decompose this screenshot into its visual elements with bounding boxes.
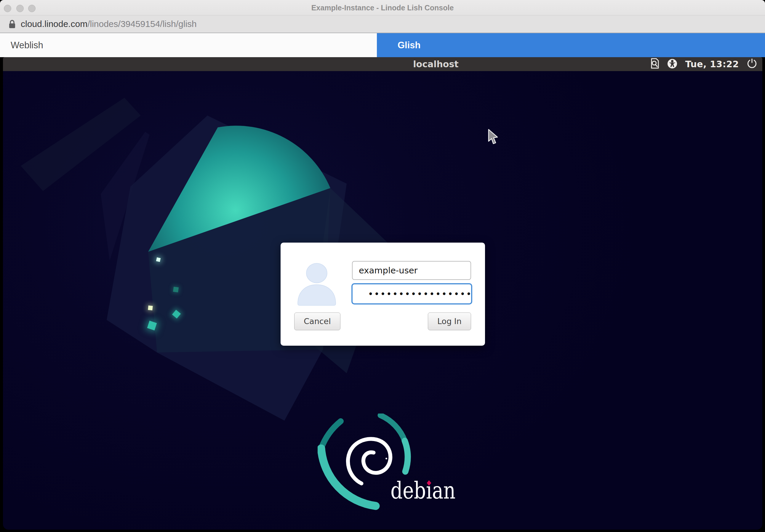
login-button[interactable]: Log In [428, 312, 471, 330]
login-desktop: example-user ••••••••••••••••••••• Cance… [3, 71, 762, 530]
window-titlebar: Example-Instance - Linode Lish Console [0, 0, 765, 15]
username-input[interactable]: example-user [352, 261, 471, 280]
debian-logo: debıan [318, 413, 454, 511]
clock-label[interactable]: Tue, 13:22 [685, 59, 739, 69]
hostname-label: localhost [413, 57, 458, 71]
tab-weblish[interactable]: Weblish [0, 33, 377, 57]
power-icon[interactable] [747, 59, 757, 70]
window-title: Example-Instance - Linode Lish Console [0, 0, 765, 15]
glow-square [148, 305, 153, 310]
lish-tabs: Weblish Glish [0, 33, 765, 57]
accessibility-icon[interactable] [667, 59, 677, 70]
address-bar[interactable]: cloud.linode.com/linodes/39459154/lish/g… [0, 15, 765, 33]
padlock-icon[interactable] [8, 20, 16, 30]
console-frame: localhost [0, 57, 765, 532]
wordmark-i: ı [426, 479, 432, 502]
cancel-button[interactable]: Cancel [294, 312, 341, 330]
login-dialog: example-user ••••••••••••••••••••• Cance… [281, 243, 485, 346]
wordmark-pre: deb [390, 477, 426, 504]
user-avatar [290, 261, 344, 309]
browser-window: Example-Instance - Linode Lish Console c… [0, 0, 765, 532]
debian-wordmark: debıan [390, 479, 456, 502]
wordmark-post: an [432, 477, 455, 504]
url-domain: cloud.linode.com [21, 19, 87, 29]
gdm-status-area: Tue, 13:22 [650, 57, 757, 71]
tab-glish-label: Glish [397, 33, 421, 57]
glow-square [173, 287, 179, 292]
gdm-top-bar: localhost [3, 57, 762, 71]
tab-weblish-label: Weblish [11, 33, 43, 57]
tab-glish[interactable]: Glish [377, 33, 765, 57]
glow-square [156, 258, 161, 262]
mouse-cursor [487, 129, 500, 146]
password-masked-text: ••••••••••••••••••••• [368, 289, 472, 299]
screen-magnifier-icon[interactable] [650, 58, 659, 71]
password-input[interactable]: ••••••••••••••••••••• [352, 283, 472, 304]
url-path: /linodes/39459154/lish/glish [87, 19, 197, 29]
url-text: cloud.linode.com/linodes/39459154/lish/g… [21, 15, 197, 33]
glish-screen: localhost [3, 57, 762, 530]
